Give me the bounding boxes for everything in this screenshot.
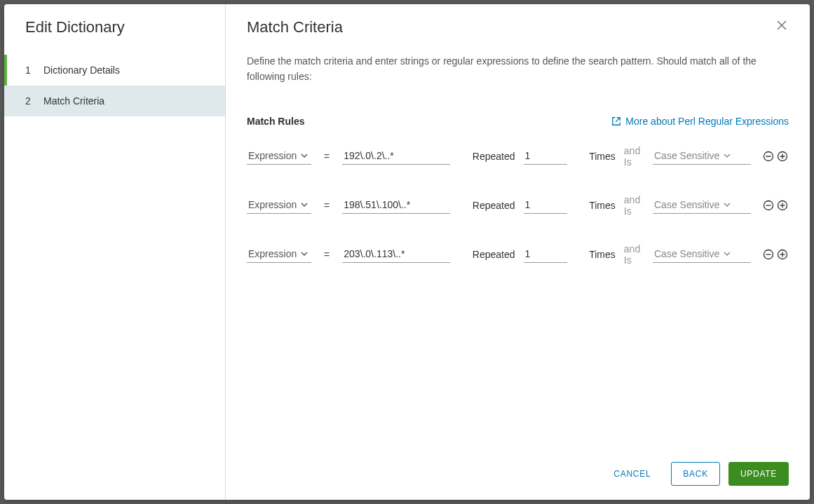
wizard-sidebar: Edit Dictionary 1 Dictionary Details 2 M… [4, 4, 226, 500]
nav-step-dictionary-details[interactable]: 1 Dictionary Details [4, 55, 225, 86]
row-actions [762, 150, 789, 163]
back-button[interactable]: BACK [671, 462, 720, 486]
nav-step-label: Dictionary Details [43, 64, 120, 76]
rule-type-label: Expression [248, 199, 297, 210]
rule-row: Expression = Repeated Times and Is Case … [247, 194, 789, 217]
minus-circle-icon [763, 249, 774, 260]
repeated-label: Repeated [473, 249, 515, 260]
rule-type-dropdown[interactable]: Expression [247, 196, 311, 214]
wizard-footer: CANCEL BACK UPDATE [247, 448, 789, 486]
nav-step-number: 1 [25, 64, 34, 76]
add-rule-button[interactable] [776, 199, 789, 212]
rule-type-dropdown[interactable]: Expression [247, 147, 311, 165]
close-button[interactable] [775, 18, 789, 32]
rule-count-input[interactable] [524, 245, 567, 263]
rule-value-input[interactable] [342, 196, 450, 214]
nav-step-match-criteria[interactable]: 2 Match Criteria [4, 86, 225, 116]
plus-circle-icon [777, 249, 788, 260]
chevron-down-icon [301, 152, 308, 159]
chevron-down-icon [301, 201, 308, 208]
minus-circle-icon [763, 200, 774, 211]
case-sensitivity-dropdown[interactable]: Case Sensitive [653, 196, 751, 214]
chevron-down-icon [724, 201, 731, 208]
rule-row: Expression = Repeated Times and Is Case … [247, 243, 789, 266]
cancel-button[interactable]: CANCEL [602, 462, 663, 486]
close-icon [776, 20, 787, 31]
description-text: Define the match criteria and enter stri… [247, 53, 789, 85]
add-rule-button[interactable] [776, 150, 789, 163]
minus-circle-icon [763, 151, 774, 162]
repeated-label: Repeated [473, 200, 515, 211]
edit-dictionary-modal: Edit Dictionary 1 Dictionary Details 2 M… [4, 4, 810, 500]
main-header: Match Criteria [247, 18, 789, 36]
rule-type-dropdown[interactable]: Expression [247, 245, 311, 263]
chevron-down-icon [724, 152, 731, 159]
rule-row: Expression = Repeated Times and Is Case … [247, 145, 789, 168]
remove-rule-button[interactable] [762, 199, 775, 212]
row-actions [762, 248, 789, 261]
plus-circle-icon [777, 200, 788, 211]
repeated-label: Repeated [473, 151, 515, 162]
equals-sign: = [320, 151, 334, 162]
case-sensitivity-label: Case Sensitive [654, 199, 719, 210]
and-is-label: and Is [624, 194, 644, 217]
nav-step-number: 2 [25, 95, 34, 107]
row-actions [762, 199, 789, 212]
rules-header: Match Rules More about Perl Regular Expr… [247, 116, 789, 127]
perl-regex-help-link[interactable]: More about Perl Regular Expressions [611, 116, 789, 127]
rule-value-input[interactable] [342, 245, 450, 263]
plus-circle-icon [777, 151, 788, 162]
rule-type-label: Expression [248, 248, 297, 259]
external-link-icon [611, 116, 621, 126]
times-label: Times [589, 151, 616, 162]
times-label: Times [589, 200, 616, 211]
rule-count-input[interactable] [524, 196, 567, 214]
times-label: Times [589, 249, 616, 260]
update-button[interactable]: UPDATE [728, 462, 789, 486]
case-sensitivity-label: Case Sensitive [654, 248, 719, 259]
chevron-down-icon [301, 250, 308, 257]
and-is-label: and Is [624, 145, 644, 168]
remove-rule-button[interactable] [762, 248, 775, 261]
help-link-label: More about Perl Regular Expressions [625, 116, 789, 127]
sidebar-title: Edit Dictionary [4, 18, 225, 55]
equals-sign: = [320, 200, 334, 211]
rule-value-input[interactable] [342, 147, 450, 165]
rule-type-label: Expression [248, 150, 297, 161]
and-is-label: and Is [624, 243, 644, 266]
equals-sign: = [320, 249, 334, 260]
nav-step-label: Match Criteria [43, 95, 104, 107]
page-title: Match Criteria [247, 18, 343, 36]
wizard-main: Match Criteria Define the match criteria… [226, 4, 810, 500]
remove-rule-button[interactable] [762, 150, 775, 163]
rules-list: Expression = Repeated Times and Is Case … [247, 145, 789, 292]
chevron-down-icon [724, 250, 731, 257]
rule-count-input[interactable] [524, 147, 567, 165]
case-sensitivity-label: Case Sensitive [654, 150, 719, 161]
case-sensitivity-dropdown[interactable]: Case Sensitive [653, 147, 751, 165]
add-rule-button[interactable] [776, 248, 789, 261]
case-sensitivity-dropdown[interactable]: Case Sensitive [653, 245, 751, 263]
rules-title: Match Rules [247, 116, 304, 127]
